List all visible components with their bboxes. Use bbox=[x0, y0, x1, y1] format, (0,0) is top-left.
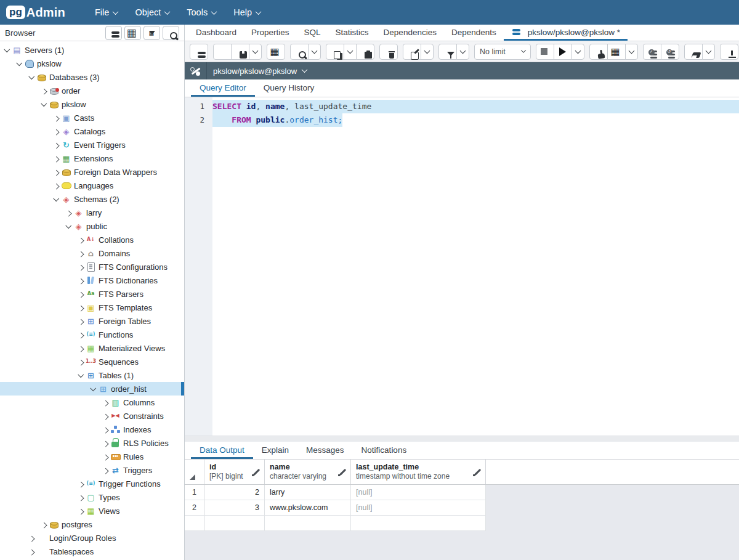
row-number-cell[interactable]: 2 bbox=[185, 500, 204, 515]
column-header-name[interactable]: namecharacter varying bbox=[265, 460, 351, 484]
connection-selector[interactable]: pkslow/pkslow@pkslow bbox=[213, 67, 307, 76]
chevron-down-icon[interactable] bbox=[27, 73, 36, 82]
cell-id[interactable]: 3 bbox=[204, 500, 265, 515]
rollback-button[interactable] bbox=[661, 44, 679, 60]
tree-item-casts[interactable]: ▣Casts bbox=[0, 111, 184, 124]
execute-button[interactable] bbox=[554, 44, 572, 60]
clear-options-button[interactable] bbox=[702, 44, 715, 60]
tab-statistics[interactable]: Statistics bbox=[328, 24, 376, 41]
tree-item-domains[interactable]: ⌂Domains bbox=[0, 246, 184, 260]
chevron-right-icon[interactable] bbox=[101, 398, 110, 407]
chevron-right-icon[interactable] bbox=[76, 330, 86, 339]
row-number-cell[interactable] bbox=[185, 516, 204, 530]
edit-pencil-icon[interactable] bbox=[474, 468, 482, 476]
cell-last-update-time[interactable] bbox=[351, 516, 486, 530]
tree-item-foreign-tables[interactable]: ⊞Foreign Tables bbox=[0, 314, 184, 328]
chevron-right-icon[interactable] bbox=[52, 113, 61, 123]
find-button[interactable] bbox=[290, 44, 309, 60]
paste-button[interactable] bbox=[356, 44, 374, 60]
execute-options-button[interactable] bbox=[571, 44, 584, 60]
clear-button[interactable] bbox=[684, 44, 703, 60]
tree-item-schemas-2[interactable]: ◈Schemas (2) bbox=[0, 192, 184, 206]
cell-last-update-time[interactable]: [null] bbox=[351, 500, 486, 515]
tree-item-extensions[interactable]: ▦Extensions bbox=[0, 152, 184, 165]
tree-item-indexes[interactable]: Indexes bbox=[0, 423, 184, 436]
cell-last-update-time[interactable]: [null] bbox=[351, 485, 486, 500]
chevron-right-icon[interactable] bbox=[76, 344, 86, 353]
cell-id[interactable] bbox=[204, 516, 265, 530]
chevron-right-icon[interactable] bbox=[76, 317, 86, 326]
connection-button[interactable] bbox=[190, 44, 208, 60]
chevron-down-icon[interactable] bbox=[76, 371, 86, 380]
tree-item-pkslow[interactable]: pkslow bbox=[0, 57, 184, 70]
chevron-right-icon[interactable] bbox=[101, 412, 110, 421]
tree-item-login-group-roles[interactable]: Login/Group Roles bbox=[0, 531, 184, 545]
chevron-right-icon[interactable] bbox=[101, 466, 110, 475]
tab-properties[interactable]: Properties bbox=[244, 24, 297, 41]
filter-options-button[interactable] bbox=[456, 44, 469, 60]
tree-item-types[interactable]: ▢Types bbox=[0, 490, 184, 504]
view-data-options-button[interactable] bbox=[625, 44, 638, 60]
chevron-right-icon[interactable] bbox=[52, 140, 61, 150]
filter-button[interactable] bbox=[438, 44, 457, 60]
chevron-down-icon[interactable] bbox=[39, 100, 49, 109]
grid-view-button[interactable] bbox=[124, 26, 141, 40]
tab-dependents[interactable]: Dependents bbox=[444, 24, 504, 41]
chevron-right-icon[interactable] bbox=[76, 249, 86, 258]
tree-item-tables-1[interactable]: ⊞Tables (1) bbox=[0, 368, 184, 382]
edit-pencil-icon[interactable] bbox=[339, 468, 347, 476]
limit-select[interactable]: No limit bbox=[474, 44, 531, 60]
tree-item-public[interactable]: ◈public bbox=[0, 219, 184, 233]
tree-item-servers-1[interactable]: ▤Servers (1) bbox=[0, 43, 184, 57]
chevron-down-icon[interactable] bbox=[89, 384, 98, 394]
tab-explain[interactable]: Explain bbox=[253, 441, 297, 459]
view-data-button[interactable] bbox=[607, 44, 626, 60]
cell-name[interactable] bbox=[265, 516, 351, 530]
find-button[interactable] bbox=[163, 26, 179, 40]
chevron-right-icon[interactable] bbox=[76, 506, 86, 516]
save-button[interactable] bbox=[231, 44, 249, 60]
cell-name[interactable]: www.pkslow.com bbox=[265, 500, 351, 515]
tree-item-triggers[interactable]: ⇄Triggers bbox=[0, 463, 184, 477]
chevron-right-icon[interactable] bbox=[76, 479, 86, 489]
tab-messages[interactable]: Messages bbox=[297, 441, 353, 459]
tree-item-languages[interactable]: Languages bbox=[0, 179, 184, 192]
tree-item-catalogs[interactable]: ◈Catalogs bbox=[0, 124, 184, 138]
chevron-right-icon[interactable] bbox=[101, 439, 110, 448]
tab-pkslow-pkslow-pkslow[interactable]: pkslow/pkslow@pkslow * bbox=[504, 24, 628, 41]
tab-data-output[interactable]: Data Output bbox=[191, 441, 253, 459]
tree-item-rules[interactable]: Rules bbox=[0, 450, 184, 463]
tab-query-editor[interactable]: Query Editor bbox=[191, 79, 255, 97]
stop-button[interactable] bbox=[536, 44, 554, 60]
servers-button[interactable] bbox=[105, 26, 122, 40]
tree-item-foreign-data-wrappers[interactable]: Foreign Data Wrappers bbox=[0, 165, 184, 179]
copy-button[interactable] bbox=[326, 44, 344, 60]
chevron-right-icon[interactable] bbox=[101, 425, 110, 434]
cell-name[interactable]: larry bbox=[265, 485, 351, 500]
tree-item-collations[interactable]: A↓Collations bbox=[0, 233, 184, 246]
menu-tools[interactable]: Tools bbox=[178, 0, 225, 25]
row-number-cell[interactable]: 1 bbox=[185, 485, 204, 500]
chevron-down-icon[interactable] bbox=[2, 46, 12, 55]
find-options-button[interactable] bbox=[308, 44, 321, 60]
chevron-right-icon[interactable] bbox=[52, 127, 61, 136]
tree-item-tablespaces[interactable]: Tablespaces bbox=[0, 545, 184, 558]
chevron-down-icon[interactable] bbox=[64, 222, 73, 231]
tree-item-order[interactable]: order bbox=[0, 84, 184, 97]
tree-item-functions[interactable]: (≡)Functions bbox=[0, 328, 184, 341]
sql-editor[interactable]: 1SELECT id, name, last_update_time2 FROM… bbox=[185, 97, 739, 436]
chevron-right-icon[interactable] bbox=[76, 357, 86, 367]
chevron-right-icon[interactable] bbox=[76, 262, 86, 272]
tree-item-trigger-functions[interactable]: (≡)Trigger Functions bbox=[0, 477, 184, 490]
tree-item-event-triggers[interactable]: ↻Event Triggers bbox=[0, 138, 184, 152]
chevron-right-icon[interactable] bbox=[101, 452, 110, 461]
edit-grid-button[interactable] bbox=[267, 44, 285, 60]
edit-options-button[interactable] bbox=[421, 44, 434, 60]
tree-item-fts-templates[interactable]: ▣FTS Templates bbox=[0, 301, 184, 314]
column-header-id[interactable]: id[PK] bigint bbox=[204, 460, 265, 484]
tree-item-views[interactable]: ▦Views bbox=[0, 504, 184, 517]
tree-item-pkslow[interactable]: pkslow bbox=[0, 97, 184, 111]
tab-query-history[interactable]: Query History bbox=[255, 79, 323, 97]
tree-item-order-hist[interactable]: ⊞order_hist bbox=[0, 382, 184, 396]
chevron-right-icon[interactable] bbox=[76, 493, 86, 502]
